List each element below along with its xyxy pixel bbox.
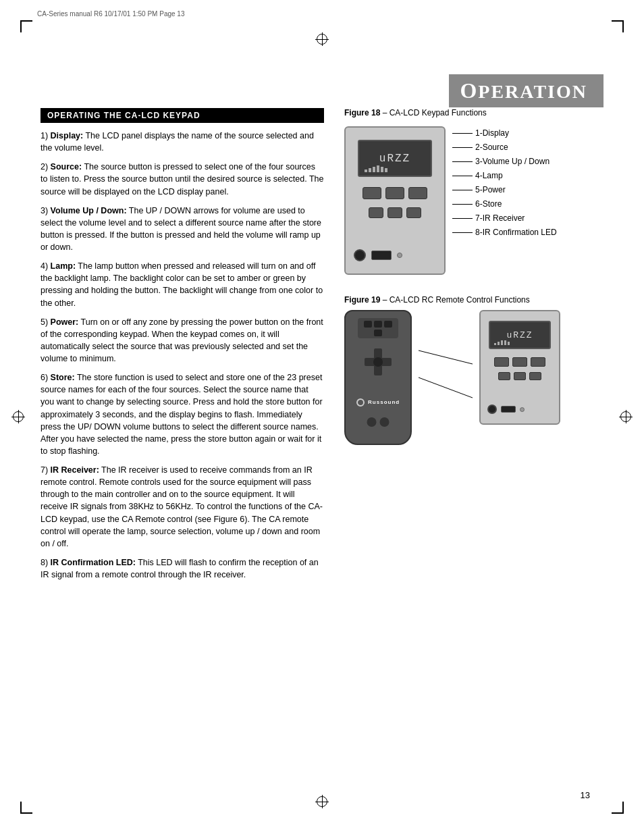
- kp-extra-btn[interactable]: [406, 207, 421, 218]
- remote-btn-4[interactable]: [374, 330, 382, 336]
- kp-sm-btns-row-2: [487, 372, 552, 380]
- callout-item-5: 5-Power: [452, 185, 603, 194]
- figure18-label: Figure 18 – CA-LCD Keypad Functions: [344, 108, 603, 118]
- corner-mark-tr: [612, 20, 624, 32]
- kp-ir-eye: [354, 249, 366, 261]
- callout-line-2: [452, 147, 473, 148]
- remote-bottom-buttons: [367, 417, 390, 427]
- kp-bottom-area: [354, 249, 436, 261]
- kp-sm-display-text: uRZZ: [506, 330, 533, 340]
- callout-item-2: 2-Source: [452, 142, 603, 152]
- list-item: 3) Volume Up / Down: The UP / DOWN arrow…: [41, 205, 324, 254]
- list-item: 2) Source: The source button is pressed …: [41, 161, 324, 197]
- list-item: 4) Lamp: The lamp button when pressed an…: [41, 260, 324, 309]
- item-label-2: Source:: [51, 162, 82, 172]
- callout-label-4: 4-Lamp: [475, 171, 503, 180]
- page-number: 13: [581, 790, 590, 800]
- kp-store-btn[interactable]: [408, 187, 427, 199]
- callout-line-5: [452, 190, 473, 190]
- remote-btn-2[interactable]: [374, 321, 382, 328]
- item-text-7: The IR receiver is used to receive comma…: [41, 465, 323, 548]
- callout-line-6: [452, 204, 473, 205]
- kp-sm-btn-3[interactable]: [531, 357, 545, 367]
- remote-btn-round-2[interactable]: [380, 417, 390, 427]
- item-label-7: IR Receiver:: [51, 465, 99, 475]
- kp-display: uRZZ: [358, 140, 432, 177]
- item-label-5: Power:: [51, 317, 79, 327]
- svg-line-0: [419, 350, 473, 364]
- kp-power-btn[interactable]: [387, 207, 402, 218]
- item-label-8: IR Confirmation LED:: [51, 558, 136, 567]
- remote-dpad: [365, 348, 392, 375]
- right-column: Figure 18 – CA-LCD Keypad Functions uRZZ: [344, 108, 603, 445]
- svg-line-1: [419, 377, 473, 398]
- kp-sm-led: [501, 406, 516, 413]
- remote-btn-3[interactable]: [384, 321, 392, 328]
- corner-mark-tl: [20, 20, 32, 32]
- callout-label-7: 7-IR Receiver: [475, 213, 525, 223]
- item-num-8: 8): [41, 558, 51, 567]
- kp-led-indicator: [371, 251, 392, 260]
- callout-label-5: 5-Power: [475, 185, 506, 194]
- remote-btn-round-1[interactable]: [367, 417, 377, 427]
- kp-vol-btn[interactable]: [385, 187, 404, 199]
- item-num-5: 5): [41, 317, 51, 327]
- callout-label-1: 1-Display: [475, 128, 509, 138]
- page-title-area: OPERATION: [449, 74, 603, 107]
- remote-logo-icon: [356, 398, 365, 407]
- kp-sm-btn-5[interactable]: [514, 372, 526, 380]
- item-num-3: 3): [41, 206, 51, 215]
- remote-center-btn[interactable]: [373, 357, 383, 367]
- callout-label-8: 8-IR Confirmation LED: [475, 228, 557, 237]
- item-text-6: The store function is used to select and…: [41, 373, 323, 456]
- item-text-2: The source button is pressed to select o…: [41, 162, 323, 196]
- kp-sm-bottom: [487, 405, 552, 414]
- kp-sm-btn-4[interactable]: [498, 372, 510, 380]
- connection-lines: [419, 310, 473, 445]
- kp-vol-row: [354, 207, 436, 218]
- kp-indicator-dot: [397, 253, 402, 258]
- callout-line-3: [452, 161, 473, 162]
- list-item: 7) IR Receiver: The IR receiver is used …: [41, 464, 324, 550]
- remote-brand: Russound: [354, 398, 402, 407]
- kp-sm-btn-6[interactable]: [529, 372, 541, 380]
- kp-source-btn[interactable]: [363, 187, 381, 199]
- callout-line-4: [452, 176, 473, 176]
- kp-sm-btns-row: [487, 357, 552, 367]
- remote-btn-1[interactable]: [364, 321, 372, 328]
- list-item: 8) IR Confirmation LED: This LED will fl…: [41, 556, 324, 581]
- item-num-4: 4): [41, 261, 51, 271]
- item-label-4: Lamp:: [51, 261, 76, 271]
- kp-sm-btn-1[interactable]: [494, 357, 509, 367]
- kp-bars: [365, 165, 387, 172]
- kp-sm-display: uRZZ: [489, 321, 551, 349]
- item-text-4: The lamp button when pressed and release…: [41, 261, 323, 307]
- page-title: OPERATION: [460, 81, 587, 102]
- callout-line-8: [452, 232, 473, 233]
- item-num-1: 1): [41, 131, 51, 140]
- kp-sm-btn-2[interactable]: [512, 357, 527, 367]
- corner-mark-bl: [20, 802, 32, 814]
- callout-label-3: 3-Volume Up / Down: [475, 157, 549, 166]
- callout-area: 1-Display 2-Source 3-Volume Up / Down 4-…: [452, 123, 603, 242]
- keypad-diagram-sm: uRZZ: [479, 310, 560, 425]
- callout-item-8: 8-IR Confirmation LED: [452, 228, 603, 237]
- callout-label-2: 2-Source: [475, 142, 508, 152]
- callout-line-7: [452, 218, 473, 219]
- kp-buttons-row: [354, 187, 436, 199]
- item-label-1: Display:: [51, 131, 84, 140]
- keypad-diagram: uRZZ: [344, 126, 446, 275]
- remote-diagram: Russound: [344, 310, 412, 445]
- left-column: OPERATING THE CA-LCD KEYPAD 1) Display: …: [41, 108, 324, 588]
- kp-sm-dot: [520, 407, 525, 412]
- list-item: 6) Store: The store function is used to …: [41, 371, 324, 457]
- kp-lamp-btn[interactable]: [369, 207, 383, 218]
- callout-line-1: [452, 133, 473, 134]
- section-header: OPERATING THE CA-LCD KEYPAD: [41, 108, 324, 123]
- callout-item-7: 7-IR Receiver: [452, 213, 603, 223]
- page-title-first-letter: O: [460, 78, 478, 103]
- figure18-container: uRZZ: [344, 123, 603, 275]
- content-list: 1) Display: The LCD panel displays the n…: [41, 130, 324, 581]
- item-text-5: Turn on or off any zone by pressing the …: [41, 317, 323, 363]
- callout-item-3: 3-Volume Up / Down: [452, 157, 603, 166]
